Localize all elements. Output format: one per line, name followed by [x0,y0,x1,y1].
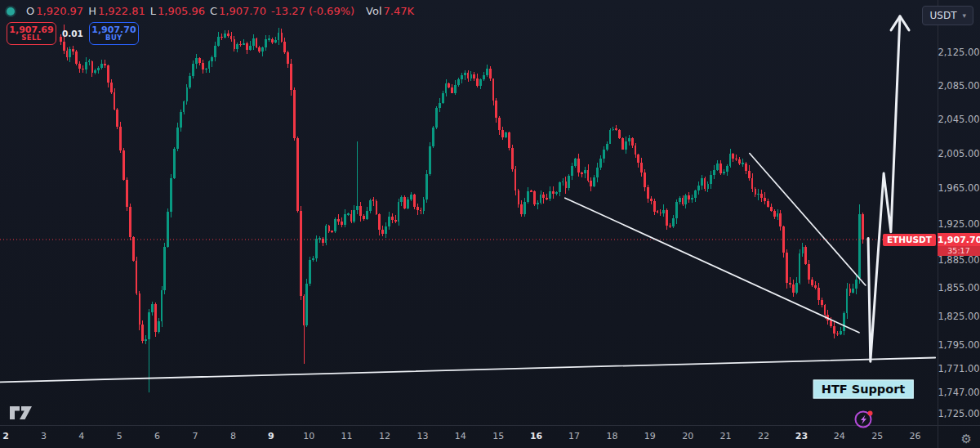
symbol-status-dot [7,7,15,16]
last-price-tag: ETHUSDT 1,907.70 35:17 [817,233,980,256]
time-axis-label: 12 [379,431,390,441]
currency-selector[interactable]: USDT ▾ [922,6,973,25]
time-axis-label: 17 [568,431,580,441]
high-value: 1,922.81 [98,5,145,17]
time-axis-label: 7 [193,431,198,441]
order-panel: 1,907.69 SELL 0.01 1,907.70 BUY [7,22,139,45]
time-axis-label: 24 [834,431,845,441]
time-axis-label: 22 [758,431,769,441]
time-axis-label: 15 [492,431,504,441]
sell-button[interactable]: 1,907.69 SELL [7,22,56,45]
projection-arrow[interactable] [868,16,900,361]
buy-label: BUY [105,34,122,42]
price-axis-label: 1,885.00 [938,254,979,266]
low-label: L [150,5,156,17]
price-axis-label: 2,085.00 [938,80,979,92]
candle-countdown: 35:17 [938,246,980,256]
price-axis-label: 2,005.00 [938,148,979,159]
price-axis-label: 2,045.00 [938,114,979,125]
price-axis-label: 1,771.00 [938,363,979,374]
open-label: O [26,5,34,17]
time-axis-label: 3 [41,431,47,441]
gear-icon[interactable]: ⚙ [961,432,972,446]
time-axis-label: 20 [682,431,693,441]
resistance-trendline-1[interactable] [565,198,859,333]
resistance-trendline-2[interactable] [750,154,866,285]
price-axis-label: 1,825.00 [938,311,979,322]
time-axis-label: 14 [455,431,466,441]
buy-button[interactable]: 1,907.70 BUY [89,22,139,45]
time-axis-label: 13 [416,431,428,441]
change-value: -13.27 (-0.69%) [271,5,354,17]
tradingview-logo[interactable] [9,405,33,421]
time-axis-label: 23 [795,431,808,441]
currency-selector-label: USDT [929,10,956,21]
time-axis-label: 21 [720,431,732,441]
open-value: 1,920.97 [36,5,83,17]
time-axis-label: 16 [530,431,543,441]
time-axis-label: 26 [910,431,921,441]
time-axis-label: 18 [606,431,617,441]
price-axis-label: 1,965.00 [938,182,979,194]
time-axis-label: 2 [2,431,9,441]
time-axis-label: 6 [154,431,160,441]
candles [60,25,864,392]
price-axis-label: 1,795.00 [938,339,979,351]
volume-value: 7.47K [384,5,414,17]
support-trendline[interactable] [0,358,935,383]
low-value: 1,905.96 [158,5,205,17]
chevron-down-icon: ▾ [962,11,966,20]
close-label: C [210,5,217,17]
time-axis-label: 11 [341,431,353,441]
volume-label: Vol [366,5,381,17]
time-axis-label: 9 [268,431,274,441]
high-label: H [88,5,96,17]
price-axis-label: 1,747.00 [938,387,979,398]
time-axis[interactable]: 2345678910111213141516171819202122232425… [2,431,920,441]
close-value: 1,907.70 [219,5,266,17]
sell-label: SELL [21,34,41,42]
tradingview-chart-window: 2,125.002,085.002,045.002,005.001,965.00… [0,0,980,448]
time-axis-label: 10 [303,431,314,441]
last-price-value: 1,907.70 [938,233,980,246]
price-axis-label: 2,125.00 [938,47,979,58]
symbol-badge: ETHUSDT [883,234,936,246]
price-axis-label: 1,855.00 [938,282,979,293]
time-axis-label: 4 [78,431,84,441]
time-axis-label: 8 [230,431,236,441]
price-axis-label: 1,925.00 [938,218,979,230]
ohlc-legend: O 1,920.97 H 1,922.81 L 1,905.96 C 1,907… [7,5,414,17]
htf-support-annotation[interactable]: HTF Support [813,379,914,398]
spread-value: 0.01 [62,29,83,38]
time-axis-label: 5 [117,431,122,441]
price-axis-label: 1,725.00 [938,408,979,419]
time-axis-label: 19 [644,431,656,441]
lightning-icon[interactable] [853,408,875,434]
